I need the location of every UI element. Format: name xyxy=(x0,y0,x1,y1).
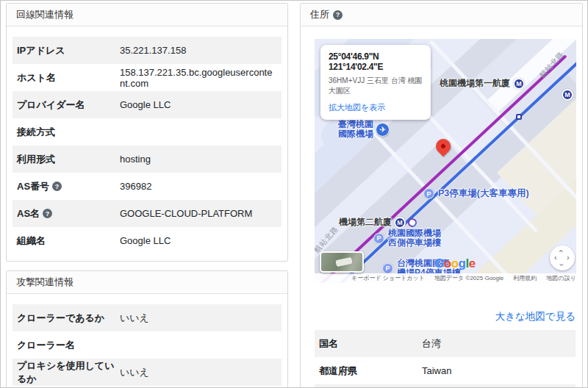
terms-link[interactable]: 利用規約 xyxy=(513,274,537,282)
parking-icon: P xyxy=(373,233,384,244)
metro-station-icon: M xyxy=(513,78,525,90)
attack-info-title: 攻撃関連情報 xyxy=(16,276,74,289)
row-value: GOOGLE-CLOUD-PLATFORM xyxy=(120,208,282,219)
map-poi-p3-parking: P P3停車場(大客車專用) xyxy=(423,188,529,199)
table-row: ホスト名 158.137.221.35.bc.googleusercontent… xyxy=(12,64,282,91)
poi-label: 桃園國際機場 西側停車場樓 xyxy=(388,229,441,248)
row-value: 158.137.221.35.bc.googleusercontent.com xyxy=(120,67,282,89)
poi-label: P3停車場(大客車專用) xyxy=(438,189,529,198)
map-info-window: 25°04'46.9"N 121°14'02.4"E 36HM+VJJ 三石里 … xyxy=(320,45,431,120)
poi-label: 臺灣桃園 國際機場 xyxy=(338,120,373,139)
google-map-embed[interactable]: 航站北路 航站北路 桃園機場第一航廈 M M 臺灣桃園 國際機場 ✈ P P3停… xyxy=(315,39,576,283)
plus-code-text: 36HM+VJJ 三石里 台湾 桃園 大園区 xyxy=(329,76,423,96)
row-label: クローラーであるか xyxy=(12,312,120,325)
airport-icon: ✈ xyxy=(376,123,390,137)
map-attribution-bar: キーボード ショートカット 地図データ ©2025 Google 利用規約 地図… xyxy=(315,273,576,283)
row-label: IPアドレス xyxy=(12,44,120,57)
arrow-down-icon: ‹ xyxy=(557,264,565,267)
table-row: IPアドレス 35.221.137.158 xyxy=(12,37,282,64)
line-info-title: 回線関連情報 xyxy=(16,8,74,21)
row-label: プロキシを使用しているか xyxy=(12,359,120,386)
line-info-body: IPアドレス 35.221.137.158 ホスト名 158.137.221.3… xyxy=(7,26,287,254)
row-value: 35.221.137.158 xyxy=(120,45,282,56)
line-info-card: 回線関連情報 IPアドレス 35.221.137.158 ホスト名 158.13… xyxy=(6,3,288,262)
table-row: AS番号? 396982 xyxy=(12,173,282,200)
row-label: ホスト名 xyxy=(12,71,120,85)
address-header: 住所 ? xyxy=(301,4,582,26)
address-title: 住所 xyxy=(310,8,329,21)
arrow-left-icon: ‹ xyxy=(554,254,557,262)
row-value: Taiwan xyxy=(422,365,576,376)
expand-map-link[interactable]: 拡大地図を表示 xyxy=(329,102,423,113)
table-row: 接続方式 xyxy=(12,118,282,146)
airport-mrt-icon xyxy=(406,216,418,228)
report-error-link[interactable]: 地図の誤りを報告する xyxy=(546,274,576,282)
row-value: いいえ xyxy=(120,366,282,379)
google-logo: Google xyxy=(434,256,476,271)
poi-label: 桃園機場第一航廈 xyxy=(440,77,510,90)
table-row: 都道府県 Taiwan xyxy=(315,357,576,384)
attack-info-card: 攻撃関連情報 クローラーであるか いいえ クローラー名 プロキシを使用しているか… xyxy=(6,270,288,388)
satellite-view-thumbnail[interactable] xyxy=(320,251,364,273)
row-value: hosting xyxy=(120,154,282,165)
row-label: 国名 xyxy=(315,337,422,351)
row-label: AS番号? xyxy=(12,180,120,193)
row-label: 利用形式 xyxy=(12,153,120,166)
metro-station-icon: M xyxy=(394,217,406,229)
large-map-link[interactable]: 大きな地図で見る xyxy=(301,310,576,323)
row-value: Google LLC xyxy=(120,235,282,246)
arrow-up-icon: ‹ xyxy=(557,250,565,253)
table-row: クローラー名 xyxy=(12,331,282,359)
table-row: プロキシを使用しているか いいえ xyxy=(12,359,282,386)
row-value: Google LLC xyxy=(120,99,282,110)
poi-label: 機場第二航廈 xyxy=(339,216,392,229)
row-label: 都道府県 xyxy=(315,364,422,378)
map-poi-airport: 臺灣桃園 國際機場 ✈ xyxy=(338,120,390,139)
parking-icon: P xyxy=(382,263,393,274)
keyboard-shortcuts-link[interactable]: キーボード ショートカット xyxy=(351,274,425,282)
parking-icon: P xyxy=(423,188,434,199)
map-poi-terminal1: 桃園機場第一航廈 M xyxy=(440,77,525,90)
row-value: 396982 xyxy=(120,181,282,192)
map-poi-west-parking: P 桃園國際機場 西側停車場樓 xyxy=(373,229,441,248)
row-label: 接続方式 xyxy=(12,126,120,139)
map-poi-terminal2: 機場第二航廈 M xyxy=(339,216,417,229)
map-data-text: 地図データ ©2025 Google xyxy=(434,274,503,282)
row-value: いいえ xyxy=(120,312,282,325)
table-row: 市区町村 Taoyuan xyxy=(315,384,576,388)
coordinates-text: 25°04'46.9"N 121°14'02.4"E xyxy=(329,51,423,72)
help-icon[interactable]: ? xyxy=(43,209,52,218)
row-label: クローラー名 xyxy=(12,339,120,352)
fullscreen-button[interactable]: ‹ ‹ ‹ › xyxy=(550,245,575,270)
table-row: クローラーであるか いいえ xyxy=(12,304,282,331)
address-card: 住所 ? 航站北路 航站北路 桃園機場第一航廈 M M xyxy=(300,3,583,388)
line-info-header: 回線関連情報 xyxy=(7,4,287,26)
row-value: 台湾 xyxy=(422,337,576,351)
address-table: 国名 台湾 都道府県 Taiwan 市区町村 Taoyuan xyxy=(315,330,576,388)
station-marker-icon xyxy=(516,114,522,120)
attack-info-header: 攻撃関連情報 xyxy=(7,271,287,294)
table-row: AS名? GOOGLE-CLOUD-PLATFORM xyxy=(12,200,282,227)
table-row: 国名 台湾 xyxy=(315,330,576,357)
arrow-right-icon: › xyxy=(567,254,570,262)
table-row: 利用形式 hosting xyxy=(12,146,282,173)
row-label: プロバイダー名 xyxy=(12,98,120,112)
row-label: AS名? xyxy=(12,207,120,220)
table-row: 組織名 Google LLC xyxy=(12,227,282,254)
help-icon[interactable]: ? xyxy=(333,10,343,20)
attack-info-body: クローラーであるか いいえ クローラー名 プロキシを使用しているか いいえ xyxy=(7,294,287,386)
table-row: プロバイダー名 Google LLC xyxy=(12,91,282,118)
help-icon[interactable]: ? xyxy=(52,182,62,191)
metro-station-icon: M xyxy=(562,89,573,101)
row-label: 組織名 xyxy=(12,234,120,248)
